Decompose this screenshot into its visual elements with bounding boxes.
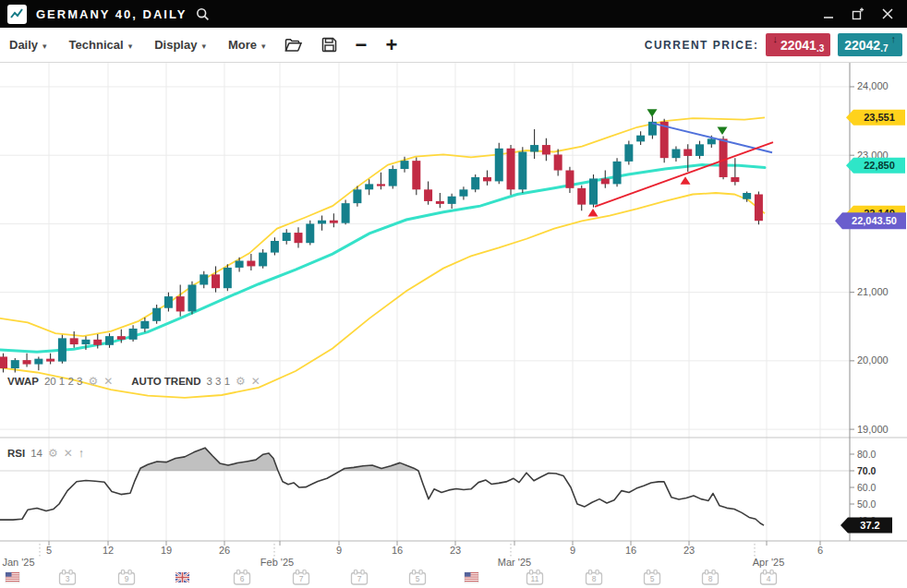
vwap-remove-icon[interactable]: ✕ — [103, 376, 113, 387]
candle — [164, 296, 173, 308]
candle — [542, 145, 550, 154]
chart-canvas[interactable]: 24,00023,00022,00021,00020,00019,00080.0… — [0, 63, 907, 588]
candle — [365, 184, 373, 189]
calendar-icon[interactable]: 7 — [294, 570, 309, 585]
svg-text:5: 5 — [416, 574, 420, 583]
candle — [212, 274, 220, 288]
menu-interval[interactable]: Daily▾ — [9, 38, 47, 52]
buy-price-value: 22042 — [844, 38, 880, 53]
candle — [448, 197, 456, 204]
candle — [565, 171, 574, 188]
candle — [152, 308, 161, 321]
candle — [707, 138, 716, 144]
flag-us-icon[interactable] — [465, 572, 478, 582]
event-icons[interactable]: 396775118584 — [6, 570, 777, 585]
svg-text:9: 9 — [570, 545, 575, 556]
candle — [93, 340, 102, 345]
rsi-settings-gear-icon[interactable]: ⚙ — [48, 448, 58, 459]
candle — [283, 233, 291, 241]
save-chart-icon[interactable] — [321, 37, 337, 53]
calendar-icon[interactable]: 9 — [119, 570, 135, 585]
zoom-in-icon[interactable]: + — [385, 36, 397, 54]
sell-signal-triangle-icon — [647, 109, 658, 117]
rsi-move-up-icon[interactable]: ↑ — [79, 446, 85, 460]
svg-text:37.2: 37.2 — [860, 520, 879, 531]
candle — [589, 178, 598, 204]
candle — [436, 201, 444, 204]
candle — [0, 356, 7, 368]
calendar-icon[interactable]: 7 — [352, 570, 368, 585]
window-title: GERMANY 40, DAILY — [36, 7, 187, 21]
title-bar: GERMANY 40, DAILY — [0, 0, 907, 28]
calendar-icon[interactable]: 11 — [527, 570, 543, 585]
menu-display[interactable]: Display▾ — [154, 38, 206, 52]
vwap-settings-gear-icon[interactable]: ⚙ — [88, 376, 98, 387]
search-icon[interactable] — [196, 7, 210, 21]
candle — [518, 151, 526, 189]
axes: 24,00023,00022,00021,00020,00019,00080.0… — [0, 63, 907, 541]
svg-text:23: 23 — [450, 545, 461, 556]
bollinger-upper-band — [0, 117, 765, 336]
candle — [140, 321, 149, 329]
candle — [176, 296, 185, 311]
svg-text:4: 4 — [767, 574, 771, 583]
candle — [200, 274, 208, 284]
svg-text:Mar '25: Mar '25 — [498, 557, 531, 568]
toolbar: Daily▾ Technical▾ Display▾ More▾ − + CUR… — [0, 28, 907, 63]
candle — [683, 150, 692, 156]
svg-text:16: 16 — [625, 545, 636, 556]
sell-signal-triangle-icon — [718, 126, 728, 135]
candle — [507, 149, 515, 190]
candle — [271, 241, 279, 253]
indicator-label-row: VWAP 20 1 2 3 ⚙ ✕ AUTO TREND 3 3 1 ⚙ ✕ — [7, 376, 260, 387]
candle — [353, 189, 361, 203]
auto-trend-remove-icon[interactable]: ✕ — [251, 376, 260, 387]
candle — [554, 154, 562, 170]
menu-more[interactable]: More▾ — [228, 38, 266, 52]
candle — [342, 203, 350, 223]
svg-text:5: 5 — [650, 574, 655, 583]
candle — [577, 188, 586, 205]
menu-technical[interactable]: Technical▾ — [69, 38, 133, 52]
candle — [401, 161, 409, 169]
auto-trend-settings-gear-icon[interactable]: ⚙ — [236, 376, 246, 387]
close-button[interactable] — [877, 4, 898, 24]
calendar-icon[interactable]: 4 — [761, 570, 777, 585]
minimize-button[interactable] — [818, 4, 839, 24]
buy-price-button[interactable]: 22042 .7 ↑ — [838, 33, 902, 56]
svg-text:23: 23 — [683, 545, 695, 556]
calendar-icon[interactable]: 6 — [235, 570, 250, 585]
trading-app-window: { "window": { "title": "GERMANY 40, DAIL… — [0, 0, 907, 588]
flag-us-icon[interactable] — [6, 572, 19, 582]
calendar-icon[interactable]: 8 — [703, 570, 719, 585]
candle — [46, 359, 54, 362]
rsi-remove-icon[interactable]: ✕ — [64, 448, 73, 459]
open-chart-icon[interactable] — [284, 38, 303, 53]
candle — [530, 145, 538, 151]
calendar-icon[interactable]: 5 — [410, 570, 426, 585]
svg-text:Apr '25: Apr '25 — [753, 557, 785, 568]
chevron-down-icon: ▾ — [128, 40, 133, 51]
candle — [424, 189, 432, 201]
calendar-icon[interactable]: 3 — [60, 570, 76, 585]
svg-text:20,000: 20,000 — [857, 354, 889, 366]
zoom-out-icon[interactable]: − — [356, 36, 368, 54]
calendar-icon[interactable]: 5 — [645, 570, 660, 585]
candle — [330, 221, 338, 223]
sell-price-button[interactable]: ↓ 22041 .3 — [766, 33, 830, 56]
candle — [624, 144, 633, 162]
candle — [129, 329, 138, 340]
current-price-label: CURRENT PRICE: — [645, 39, 759, 52]
svg-text:8: 8 — [592, 574, 597, 583]
candle — [105, 336, 114, 345]
calendar-icon[interactable]: 8 — [587, 570, 602, 585]
svg-text:23,551: 23,551 — [864, 112, 895, 123]
svg-text:7: 7 — [357, 574, 362, 583]
svg-text:9: 9 — [125, 574, 129, 583]
candle — [601, 178, 610, 184]
flag-uk-icon[interactable] — [175, 572, 189, 582]
indicator-overlays — [0, 117, 765, 398]
rsi-line — [0, 448, 764, 525]
svg-text:6: 6 — [817, 545, 823, 556]
popout-button[interactable] — [848, 4, 868, 24]
